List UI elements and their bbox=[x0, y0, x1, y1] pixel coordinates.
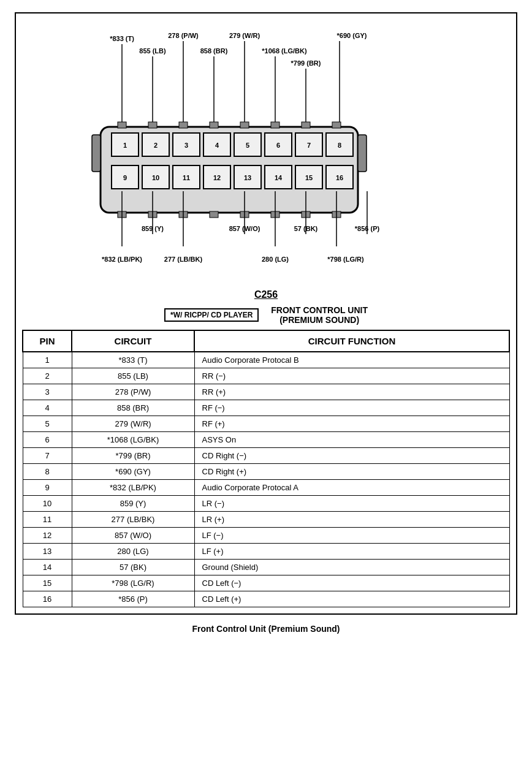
svg-text:280 (LG): 280 (LG) bbox=[262, 256, 289, 263]
svg-text:277 (LB/BK): 277 (LB/BK) bbox=[164, 256, 203, 263]
cell-circuit: 859 (Y) bbox=[72, 496, 194, 512]
cell-pin: 9 bbox=[23, 480, 72, 496]
connector-diagram: text { font-family: Arial, Helvetica, sa… bbox=[22, 26, 510, 283]
svg-rect-21 bbox=[240, 122, 249, 128]
svg-text:*1068 (LG/BK): *1068 (LG/BK) bbox=[262, 47, 307, 55]
cell-pin: 2 bbox=[23, 368, 72, 384]
badge: *W/ RICPP/ CD PLAYER bbox=[164, 308, 259, 322]
table-row: 16*856 (P)CD Left (+) bbox=[23, 591, 509, 607]
cell-function: Ground (Shield) bbox=[194, 560, 509, 575]
cell-circuit: *833 (T) bbox=[72, 352, 194, 368]
cell-function: ASYS On bbox=[194, 432, 509, 448]
cell-pin: 10 bbox=[23, 496, 72, 512]
cell-pin: 5 bbox=[23, 416, 72, 432]
cell-pin: 15 bbox=[23, 575, 72, 591]
svg-text:*832 (LB/PK): *832 (LB/PK) bbox=[102, 256, 142, 263]
cell-function: CD Right (−) bbox=[194, 448, 509, 464]
cell-circuit: 857 (W/O) bbox=[72, 528, 194, 544]
svg-text:15: 15 bbox=[305, 174, 313, 181]
svg-text:14: 14 bbox=[275, 174, 283, 181]
cell-circuit: 277 (LB/BK) bbox=[72, 512, 194, 528]
svg-rect-23 bbox=[302, 122, 310, 128]
svg-rect-17 bbox=[118, 122, 126, 128]
cell-circuit: 855 (LB) bbox=[72, 368, 194, 384]
svg-rect-22 bbox=[271, 122, 279, 128]
cell-pin: 7 bbox=[23, 448, 72, 464]
cell-pin: 1 bbox=[23, 352, 72, 368]
cell-function: Audio Corporate Protocal A bbox=[194, 480, 509, 496]
cell-circuit: 57 (BK) bbox=[72, 560, 194, 575]
table-row: 1457 (BK)Ground (Shield) bbox=[23, 560, 509, 575]
cell-function: CD Right (+) bbox=[194, 464, 509, 480]
pin-table: PIN CIRCUIT CIRCUIT FUNCTION 1*833 (T)Au… bbox=[22, 330, 510, 607]
svg-rect-18 bbox=[148, 122, 157, 128]
svg-text:*833 (T): *833 (T) bbox=[110, 35, 134, 42]
svg-text:278 (P/W): 278 (P/W) bbox=[168, 32, 199, 39]
table-row: 2855 (LB)RR (−) bbox=[23, 368, 509, 384]
svg-rect-20 bbox=[210, 122, 218, 128]
table-header-function: CIRCUIT FUNCTION bbox=[194, 330, 509, 352]
cell-function: LR (+) bbox=[194, 512, 509, 528]
table-row: 4858 (BR)RF (−) bbox=[23, 400, 509, 416]
title-line2: (PREMIUM SOUND) bbox=[271, 315, 368, 325]
cell-pin: 4 bbox=[23, 400, 72, 416]
cell-pin: 14 bbox=[23, 560, 72, 575]
table-header-pin: PIN bbox=[23, 330, 72, 352]
svg-text:57 (BK): 57 (BK) bbox=[294, 225, 318, 232]
table-row: 12857 (W/O)LF (−) bbox=[23, 528, 509, 544]
svg-text:11: 11 bbox=[183, 174, 190, 181]
cell-pin: 16 bbox=[23, 591, 72, 607]
cell-function: RF (−) bbox=[194, 400, 509, 416]
footer-caption: Front Control Unit (Premium Sound) bbox=[192, 624, 340, 634]
svg-text:6: 6 bbox=[276, 142, 280, 149]
svg-text:857 (W/O): 857 (W/O) bbox=[229, 225, 260, 232]
svg-text:7: 7 bbox=[307, 142, 311, 149]
cell-circuit: *856 (P) bbox=[72, 591, 194, 607]
svg-text:279 (W/R): 279 (W/R) bbox=[229, 32, 260, 39]
cell-function: RR (−) bbox=[194, 368, 509, 384]
cell-pin: 6 bbox=[23, 432, 72, 448]
cell-circuit: *1068 (LG/BK) bbox=[72, 432, 194, 448]
table-row: 3278 (P/W)RR (+) bbox=[23, 384, 509, 400]
main-container: text { font-family: Arial, Helvetica, sa… bbox=[15, 12, 517, 615]
cell-function: CD Left (+) bbox=[194, 591, 509, 607]
table-row: 10859 (Y)LR (−) bbox=[23, 496, 509, 512]
svg-rect-60 bbox=[210, 211, 218, 218]
table-row: 13280 (LG)LF (+) bbox=[23, 544, 509, 560]
cell-pin: 12 bbox=[23, 528, 72, 544]
connector-name: C256 bbox=[22, 289, 510, 300]
table-row: 15*798 (LG/R)CD Left (−) bbox=[23, 575, 509, 591]
svg-text:5: 5 bbox=[246, 142, 249, 149]
table-row: 9*832 (LB/PK)Audio Corporate Protocal A bbox=[23, 480, 509, 496]
cell-function: LR (−) bbox=[194, 496, 509, 512]
svg-text:16: 16 bbox=[336, 174, 343, 181]
table-row: 6*1068 (LG/BK)ASYS On bbox=[23, 432, 509, 448]
cell-pin: 8 bbox=[23, 464, 72, 480]
svg-rect-24 bbox=[332, 122, 341, 128]
cell-circuit: 858 (BR) bbox=[72, 400, 194, 416]
cell-function: Audio Corporate Protocal B bbox=[194, 352, 509, 368]
svg-text:10: 10 bbox=[152, 174, 159, 181]
svg-text:4: 4 bbox=[215, 142, 219, 149]
svg-text:859 (Y): 859 (Y) bbox=[142, 225, 164, 232]
svg-text:2: 2 bbox=[154, 142, 158, 149]
svg-text:*856 (P): *856 (P) bbox=[355, 225, 380, 232]
cell-circuit: *832 (LB/PK) bbox=[72, 480, 194, 496]
title-line1: FRONT CONTROL UNIT bbox=[271, 305, 368, 315]
table-row: 8*690 (GY)CD Right (+) bbox=[23, 464, 509, 480]
title-badge-row: *W/ RICPP/ CD PLAYER FRONT CONTROL UNIT … bbox=[22, 305, 510, 325]
svg-text:8: 8 bbox=[338, 142, 341, 149]
svg-text:*799 (BR): *799 (BR) bbox=[291, 59, 321, 67]
svg-text:855 (LB): 855 (LB) bbox=[139, 47, 166, 55]
svg-text:12: 12 bbox=[213, 174, 221, 181]
table-row: 1*833 (T)Audio Corporate Protocal B bbox=[23, 352, 509, 368]
table-row: 11277 (LB/BK)LR (+) bbox=[23, 512, 509, 528]
cell-function: LF (−) bbox=[194, 528, 509, 544]
svg-text:13: 13 bbox=[244, 174, 251, 181]
cell-function: RF (+) bbox=[194, 416, 509, 432]
svg-rect-81 bbox=[92, 135, 101, 172]
cell-circuit: *799 (BR) bbox=[72, 448, 194, 464]
svg-text:*798 (LG/R): *798 (LG/R) bbox=[327, 256, 364, 263]
svg-rect-19 bbox=[179, 122, 188, 128]
svg-text:*690 (GY): *690 (GY) bbox=[337, 32, 367, 39]
